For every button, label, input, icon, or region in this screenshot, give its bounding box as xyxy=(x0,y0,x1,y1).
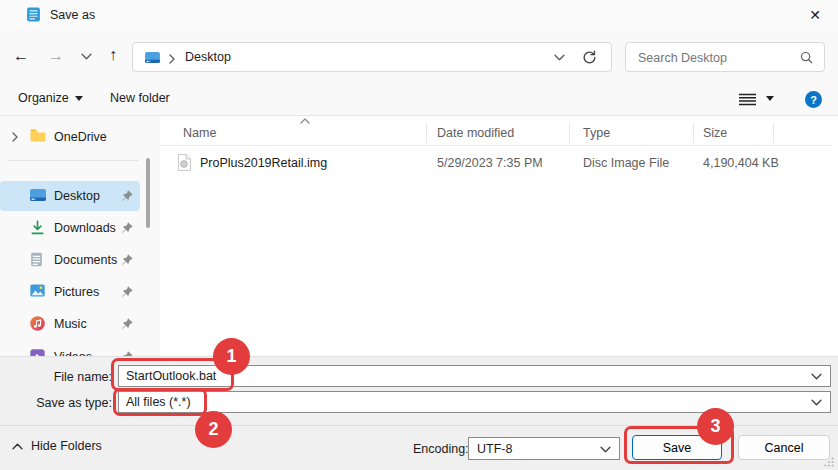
sidebar: OneDrive Desktop Downloads Documents Pic… xyxy=(0,116,160,356)
videos-icon xyxy=(30,349,46,356)
file-name-input[interactable]: StartOutlook.bat xyxy=(118,365,831,387)
sidebar-scrollbar[interactable] xyxy=(146,158,150,228)
pin-icon xyxy=(121,254,133,266)
desktop-icon[interactable] xyxy=(145,51,160,64)
sidebar-item-downloads[interactable]: Downloads xyxy=(0,213,140,243)
chevron-up-icon xyxy=(12,443,23,450)
disc-image-file-icon xyxy=(177,154,191,171)
refresh-icon[interactable] xyxy=(582,50,597,65)
address-bar[interactable]: Desktop xyxy=(132,42,612,72)
file-name: ProPlus2019Retail.img xyxy=(200,156,327,170)
file-row[interactable]: ProPlus2019Retail.img 5/29/2023 7:35 PM … xyxy=(160,152,832,176)
sidebar-item-documents[interactable]: Documents xyxy=(0,245,140,275)
pictures-icon xyxy=(30,284,46,300)
forward-button[interactable]: → xyxy=(48,48,64,64)
sidebar-item-label: Downloads xyxy=(54,221,116,235)
view-mode-icon[interactable] xyxy=(739,93,756,106)
pin-icon xyxy=(121,222,133,234)
documents-icon xyxy=(30,252,46,268)
chevron-down-icon xyxy=(600,446,611,453)
chevron-down-icon xyxy=(811,399,822,406)
sort-ascending-icon xyxy=(300,118,310,124)
sidebar-item-pictures[interactable]: Pictures xyxy=(0,277,140,307)
save-form: File name: StartOutlook.bat Save as type… xyxy=(0,356,838,425)
back-button[interactable]: ← xyxy=(13,48,29,64)
address-dropdown-chevron-icon[interactable] xyxy=(554,54,565,61)
save-button[interactable]: Save xyxy=(632,435,722,460)
search-placeholder: Search Desktop xyxy=(638,51,727,65)
column-header-row: Name Date modified Type Size xyxy=(160,118,832,146)
close-button[interactable]: ✕ xyxy=(798,2,832,28)
pin-icon xyxy=(121,190,133,202)
column-header-name[interactable]: Name xyxy=(183,126,216,140)
footer-bar: Hide Folders Encoding: UTF-8 Save Cancel xyxy=(0,425,838,470)
expand-chevron-icon[interactable] xyxy=(12,132,18,142)
sidebar-item-videos[interactable]: Videos xyxy=(0,342,140,356)
downloads-icon xyxy=(30,220,46,236)
sidebar-separator xyxy=(8,160,138,161)
sidebar-item-label: Desktop xyxy=(54,189,100,203)
pin-icon xyxy=(121,286,133,298)
column-header-date-modified[interactable]: Date modified xyxy=(437,126,514,140)
save-as-type-label: Save as type: xyxy=(0,396,112,410)
file-name-label: File name: xyxy=(0,370,112,384)
window-title: Save as xyxy=(50,8,95,22)
file-date-modified: 5/29/2023 7:35 PM xyxy=(437,156,543,170)
sidebar-item-onedrive[interactable]: OneDrive xyxy=(0,122,140,152)
sidebar-item-label: OneDrive xyxy=(54,130,107,144)
new-folder-button[interactable]: New folder xyxy=(110,91,170,105)
view-dropdown-icon[interactable] xyxy=(766,96,774,101)
hide-folders-button[interactable]: Hide Folders xyxy=(12,439,102,453)
organize-dropdown-icon xyxy=(75,96,83,101)
onedrive-folder-icon xyxy=(30,129,46,145)
notepad-icon xyxy=(26,7,41,22)
search-input[interactable]: Search Desktop xyxy=(625,42,825,72)
sidebar-item-music[interactable]: Music xyxy=(0,309,140,339)
resize-grip[interactable] xyxy=(824,457,834,467)
encoding-label: Encoding: xyxy=(413,442,469,456)
recent-locations-chevron-icon[interactable] xyxy=(81,53,92,60)
column-header-size[interactable]: Size xyxy=(703,126,727,140)
save-as-dialog: Save as ✕ ← → ↑ Desktop Search Desktop O… xyxy=(0,0,838,470)
sidebar-item-label: Music xyxy=(54,317,87,331)
help-icon[interactable]: ? xyxy=(805,91,822,108)
desktop-icon xyxy=(30,188,46,204)
sidebar-item-desktop[interactable]: Desktop xyxy=(0,181,140,211)
search-icon[interactable] xyxy=(800,51,813,64)
file-type: Disc Image File xyxy=(583,156,669,170)
breadcrumb-desktop[interactable]: Desktop xyxy=(185,50,231,64)
organize-label: Organize xyxy=(18,91,69,105)
up-button[interactable]: ↑ xyxy=(109,47,117,63)
file-size: 4,190,404 KB xyxy=(703,156,779,170)
file-list: Name Date modified Type Size ProPlus2019… xyxy=(160,116,838,356)
hide-folders-label: Hide Folders xyxy=(31,439,102,453)
toolbar: Organize New folder ? xyxy=(0,84,838,116)
cancel-button[interactable]: Cancel xyxy=(738,435,830,460)
sidebar-item-label: Documents xyxy=(54,253,117,267)
encoding-select[interactable]: UTF-8 xyxy=(468,437,620,460)
file-name-value: StartOutlook.bat xyxy=(126,369,216,383)
pin-icon xyxy=(121,318,133,330)
browse-area: OneDrive Desktop Downloads Documents Pic… xyxy=(0,116,838,356)
chevron-down-icon xyxy=(811,373,822,380)
sidebar-item-label: Pictures xyxy=(54,285,99,299)
organize-button[interactable]: Organize xyxy=(18,91,83,105)
navigation-bar: ← → ↑ Desktop Search Desktop xyxy=(0,30,838,84)
music-icon xyxy=(30,316,46,332)
save-as-type-select[interactable]: All files (*.*) xyxy=(118,391,831,413)
title-bar: Save as ✕ xyxy=(0,0,838,30)
column-header-type[interactable]: Type xyxy=(583,126,610,140)
save-as-type-value: All files (*.*) xyxy=(126,395,191,409)
new-folder-label: New folder xyxy=(110,91,170,105)
encoding-value: UTF-8 xyxy=(477,442,512,456)
breadcrumb-chevron-icon xyxy=(169,54,175,64)
